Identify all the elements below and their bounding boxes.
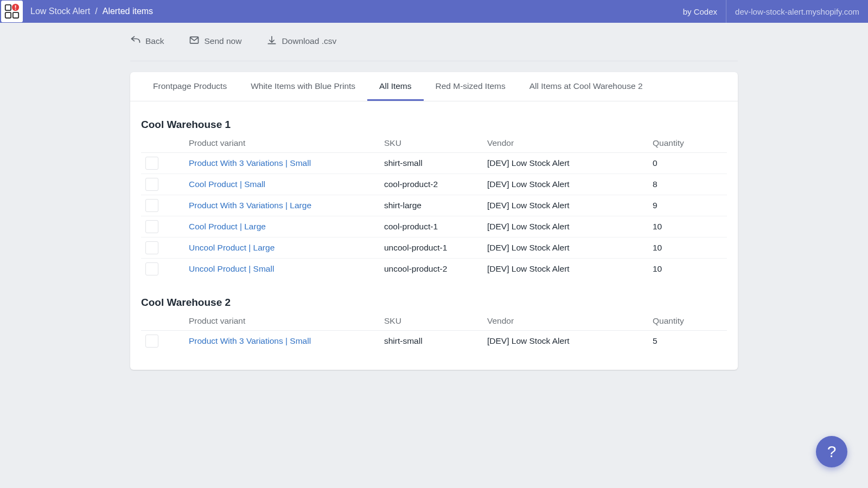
content-card: Frontpage ProductsWhite Items with Blue … [130,72,738,370]
breadcrumb: Low Stock Alert / Alerted items [25,7,153,16]
quantity-cell: 5 [648,331,727,352]
svg-rect-4 [5,12,11,18]
back-button[interactable]: Back [130,35,164,48]
by-codex-label[interactable]: by Codex [683,7,726,16]
column-quantity: Quantity [648,312,727,331]
reply-arrow-icon [130,35,141,48]
column-sku: SKU [380,134,483,153]
vendor-cell: [DEV] Low Stock Alert [483,331,648,352]
table-row: Product With 3 Variations | Smallshirt-s… [141,331,727,352]
vendor-cell: [DEV] Low Stock Alert [483,259,648,280]
svg-rect-5 [13,12,18,18]
sku-cell: shirt-large [380,195,483,216]
warehouse-section: Cool Warehouse 2Product variantSKUVendor… [130,279,738,370]
quantity-cell: 10 [648,259,727,280]
column-sku: SKU [380,312,483,331]
tab-all-items[interactable]: All Items [367,72,423,101]
vendor-cell: [DEV] Low Stock Alert [483,174,648,195]
send-now-button[interactable]: Send now [189,35,241,48]
action-row: Back Send now Download .csv [130,23,738,61]
tab-frontpage-products[interactable]: Frontpage Products [141,72,239,101]
table-row: Cool Product | Smallcool-product-2[DEV] … [141,174,727,195]
download-csv-button[interactable]: Download .csv [266,35,336,48]
quantity-cell: 10 [648,216,727,237]
quantity-cell: 9 [648,195,727,216]
svg-rect-0 [5,5,11,10]
variant-link[interactable]: Product With 3 Variations | Large [189,201,311,210]
back-label: Back [145,36,164,46]
mail-icon [189,35,200,48]
warehouse-section: Cool Warehouse 1Product variantSKUVendor… [130,101,738,279]
shop-domain-link[interactable]: dev-low-stock-alert.myshopify.com [726,0,868,23]
quantity-cell: 8 [648,174,727,195]
variant-link[interactable]: Uncool Product | Small [189,264,274,273]
sku-cell: shirt-small [380,153,483,174]
column-vendor: Vendor [483,134,648,153]
product-thumbnail [145,178,158,191]
variant-link[interactable]: Cool Product | Large [189,222,266,231]
tab-red-m-sized-items[interactable]: Red M-sized Items [424,72,518,101]
column-quantity: Quantity [648,134,727,153]
warehouse-title: Cool Warehouse 2 [141,297,727,309]
tab-white-items-with-blue-prints[interactable]: White Items with Blue Prints [239,72,367,101]
svg-rect-2 [15,5,16,8]
tabs: Frontpage ProductsWhite Items with Blue … [130,72,738,101]
product-thumbnail [145,220,158,233]
variant-link[interactable]: Cool Product | Small [189,179,265,189]
download-csv-label: Download .csv [282,36,336,46]
send-now-label: Send now [204,36,241,46]
product-thumbnail [145,157,158,170]
sku-cell: shirt-small [380,331,483,352]
inventory-table: Product variantSKUVendorQuantityProduct … [141,134,727,279]
breadcrumb-leaf: Alerted items [103,7,153,16]
sku-cell: uncool-product-1 [380,237,483,259]
product-thumbnail [145,199,158,212]
variant-link[interactable]: Product With 3 Variations | Small [189,336,311,345]
table-row: Product With 3 Variations | Smallshirt-s… [141,153,727,174]
app-logo-icon [1,1,23,22]
vendor-cell: [DEV] Low Stock Alert [483,216,648,237]
help-fab-button[interactable]: ? [816,436,847,467]
inventory-table: Product variantSKUVendorQuantityProduct … [141,312,727,351]
tab-all-items-at-cool-warehouse-2[interactable]: All Items at Cool Warehouse 2 [518,72,655,101]
product-thumbnail [145,335,158,348]
sku-cell: cool-product-1 [380,216,483,237]
breadcrumb-root[interactable]: Low Stock Alert [30,7,90,16]
variant-link[interactable]: Product With 3 Variations | Small [189,158,311,168]
column-thumbnail [141,312,184,331]
topbar: Low Stock Alert / Alerted items by Codex… [0,0,868,23]
vendor-cell: [DEV] Low Stock Alert [483,195,648,216]
product-thumbnail [145,241,158,254]
table-row: Product With 3 Variations | Largeshirt-l… [141,195,727,216]
column-thumbnail [141,134,184,153]
download-icon [266,35,277,48]
svg-rect-3 [15,9,16,10]
vendor-cell: [DEV] Low Stock Alert [483,153,648,174]
table-row: Uncool Product | Largeuncool-product-1[D… [141,237,727,259]
breadcrumb-separator: / [95,7,97,16]
column-variant: Product variant [184,134,380,153]
variant-link[interactable]: Uncool Product | Large [189,243,275,252]
product-thumbnail [145,262,158,275]
sku-cell: cool-product-2 [380,174,483,195]
sku-cell: uncool-product-2 [380,259,483,280]
column-variant: Product variant [184,312,380,331]
column-vendor: Vendor [483,312,648,331]
warehouse-title: Cool Warehouse 1 [141,119,727,131]
table-row: Cool Product | Largecool-product-1[DEV] … [141,216,727,237]
table-row: Uncool Product | Smalluncool-product-2[D… [141,259,727,280]
quantity-cell: 0 [648,153,727,174]
quantity-cell: 10 [648,237,727,259]
question-mark-icon: ? [827,442,837,461]
vendor-cell: [DEV] Low Stock Alert [483,237,648,259]
